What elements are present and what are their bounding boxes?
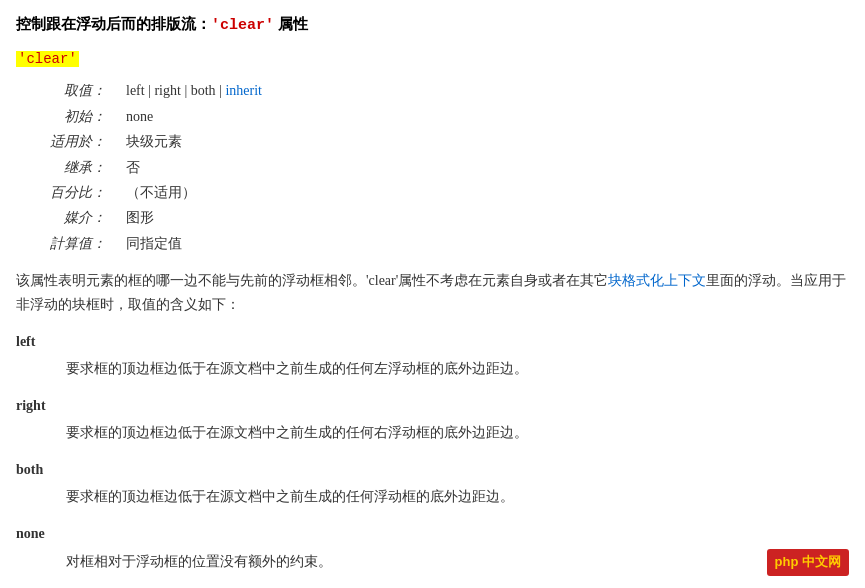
term-left-heading: left [16,331,849,353]
description-text: 该属性表明元素的框的哪一边不能与先前的浮动框相邻。'clear'属性不考虑在元素… [16,273,608,288]
term-left-desc: 要求框的顶边框边低于在源文档中之前生成的任何左浮动框的底外边距边。 [66,357,849,381]
term-none: none 对框相对于浮动框的位置没有额外的约束。 [16,523,849,573]
term-right: right 要求框的顶边框边低于在源文档中之前生成的任何右浮动框的底外边距边。 [16,395,849,445]
property-row-initial: 初始： none [36,106,849,128]
value-media: 图形 [126,207,154,229]
clear-badge: 'clear' [16,48,849,70]
title-suffix: 属性 [274,16,308,32]
value-initial: none [126,106,153,128]
term-none-desc: 对框相对于浮动框的位置没有额外的约束。 [66,550,849,574]
terms-list: left 要求框的顶边框边低于在源文档中之前生成的任何左浮动框的底外边距边。 r… [16,331,849,574]
term-both-desc: 要求框的顶边框边低于在源文档中之前生成的任何浮动框的底外边距边。 [66,485,849,509]
label-percent: 百分比： [36,182,106,204]
value-computed: 同指定值 [126,233,182,255]
property-row-inherit: 继承： 否 [36,157,849,179]
label-initial: 初始： [36,106,106,128]
bfc-link[interactable]: 块格式化上下文 [608,273,706,288]
term-right-desc: 要求框的顶边框边低于在源文档中之前生成的任何右浮动框的底外边距边。 [66,421,849,445]
term-left: left 要求框的顶边框边低于在源文档中之前生成的任何左浮动框的底外边距边。 [16,331,849,381]
inherit-link[interactable]: inherit [225,83,262,98]
term-both: both 要求框的顶边框边低于在源文档中之前生成的任何浮动框的底外边距边。 [16,459,849,509]
badge-php: php [775,554,799,569]
php-badge: php 中文网 [767,549,849,576]
value-values: left | right | both | inherit [126,80,262,102]
clear-highlight-text: 'clear' [16,51,79,67]
title-prefix: 控制跟在浮动后而的排版流： [16,16,211,32]
value-applies: 块级元素 [126,131,182,153]
property-row-values: 取值： left | right | both | inherit [36,80,849,102]
label-computed: 計算值： [36,233,106,255]
badge-chinese: 中文网 [802,554,841,569]
description-block: 该属性表明元素的框的哪一边不能与先前的浮动框相邻。'clear'属性不考虑在元素… [16,269,849,317]
label-values: 取值： [36,80,106,102]
page-title: 控制跟在浮动后而的排版流：'clear' 属性 [16,12,849,38]
property-row-computed: 計算值： 同指定值 [36,233,849,255]
term-none-heading: none [16,523,849,545]
property-table: 取值： left | right | both | inherit 初始： no… [36,80,849,255]
label-media: 媒介： [36,207,106,229]
label-applies: 适用於： [36,131,106,153]
value-percent: （不适用） [126,182,196,204]
term-right-heading: right [16,395,849,417]
title-highlight: 'clear' [211,17,274,34]
term-both-heading: both [16,459,849,481]
label-inherit: 继承： [36,157,106,179]
property-row-percent: 百分比： （不适用） [36,182,849,204]
property-row-applies: 适用於： 块级元素 [36,131,849,153]
values-text: left | right | both | [126,83,225,98]
property-row-media: 媒介： 图形 [36,207,849,229]
value-inherit: 否 [126,157,140,179]
